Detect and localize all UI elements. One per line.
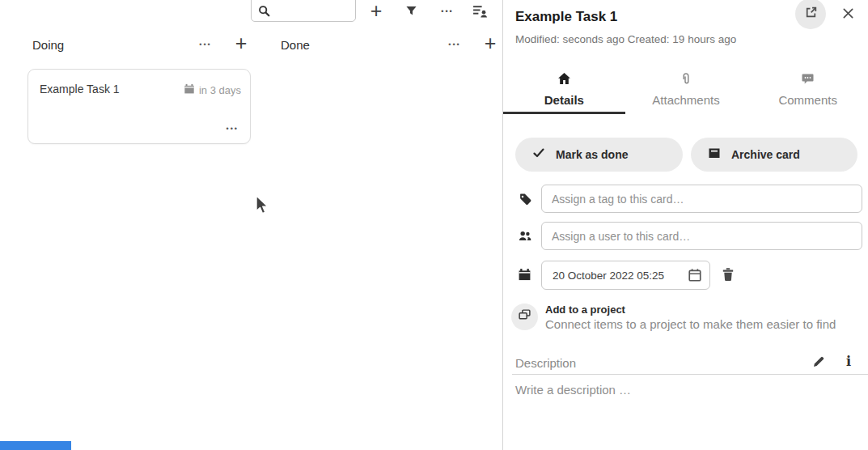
date-picker-icon[interactable] <box>688 268 702 282</box>
due-date-field[interactable]: 20 October 2022 05:25 <box>541 261 710 290</box>
column-menu-button[interactable]: ••• <box>445 40 464 49</box>
due-date-value: 20 October 2022 05:25 <box>553 270 688 282</box>
archive-card-button[interactable]: Archive card <box>691 138 857 172</box>
mark-as-done-label: Mark as done <box>556 148 628 161</box>
assign-tag-input[interactable] <box>541 185 862 213</box>
column-title-done: Done <box>281 38 310 52</box>
panel-meta: Modified: seconds ago Created: 19 hours … <box>515 33 736 45</box>
card-due-label: in 3 days <box>199 84 241 96</box>
tab-label: Details <box>544 93 584 107</box>
mouse-cursor <box>256 195 271 220</box>
open-external-button[interactable] <box>795 0 826 29</box>
paperclip-icon <box>680 72 692 86</box>
card-details-panel: Example Task 1 Modified: seconds ago Cre… <box>502 0 868 450</box>
panel-title: Example Task 1 <box>515 9 617 25</box>
add-to-project-title[interactable]: Add to a project <box>545 304 625 316</box>
add-to-project-subtitle: Connect items to a project to make them … <box>545 317 836 331</box>
users-icon <box>518 230 532 246</box>
tab-attachments[interactable]: Attachments <box>625 65 747 114</box>
column-add-button[interactable]: + <box>232 32 250 53</box>
close-panel-button[interactable] <box>839 6 857 23</box>
app-window: + ••• Doing ••• + Done ••• + Example Tas… <box>0 0 868 450</box>
info-icon[interactable]: i <box>846 354 851 369</box>
tab-label: Attachments <box>652 93 719 107</box>
board-menu-button[interactable]: ••• <box>438 7 457 15</box>
tab-label: Comments <box>778 93 837 107</box>
description-placeholder[interactable]: Write a description … <box>515 383 631 397</box>
panel-tabs: Details Attachments Comments <box>503 65 868 114</box>
tab-comments[interactable]: Comments <box>747 65 868 114</box>
description-header: Description i <box>512 354 868 375</box>
task-card[interactable]: Example Task 1 in 3 days ••• <box>28 69 251 144</box>
tag-icon <box>519 193 532 210</box>
close-icon <box>842 7 854 23</box>
assign-user-input[interactable] <box>541 222 862 250</box>
search-icon <box>258 5 270 20</box>
progress-indicator-bar <box>0 441 71 450</box>
search-input[interactable] <box>274 3 352 19</box>
sort-assign-icon[interactable] <box>472 4 488 21</box>
column-add-button[interactable]: + <box>481 32 499 53</box>
edit-description-icon[interactable] <box>812 355 825 371</box>
calendar-icon <box>184 83 195 97</box>
comment-icon <box>801 72 815 86</box>
stacked-cards-icon <box>518 308 531 325</box>
external-link-icon <box>804 6 818 23</box>
archive-card-label: Archive card <box>731 148 800 161</box>
tab-details[interactable]: Details <box>503 65 625 114</box>
calendar-icon <box>518 268 531 285</box>
mark-as-done-button[interactable]: Mark as done <box>515 138 683 172</box>
card-menu-button[interactable]: ••• <box>227 125 239 133</box>
column-menu-button[interactable]: ••• <box>196 40 215 49</box>
filter-icon[interactable] <box>405 5 417 20</box>
archive-icon <box>708 146 721 163</box>
column-title-doing: Doing <box>32 38 64 52</box>
kanban-board: + ••• Doing ••• + Done ••• + Example Tas… <box>0 0 502 450</box>
search-box[interactable] <box>251 0 356 22</box>
add-to-project-button[interactable] <box>511 304 538 330</box>
card-due-date: in 3 days <box>184 83 241 97</box>
card-title: Example Task 1 <box>40 83 120 96</box>
home-icon <box>557 72 571 86</box>
add-card-button[interactable]: + <box>368 0 384 21</box>
check-icon <box>532 146 545 163</box>
remove-due-date-button[interactable] <box>721 267 735 285</box>
description-label: Description <box>515 356 576 370</box>
